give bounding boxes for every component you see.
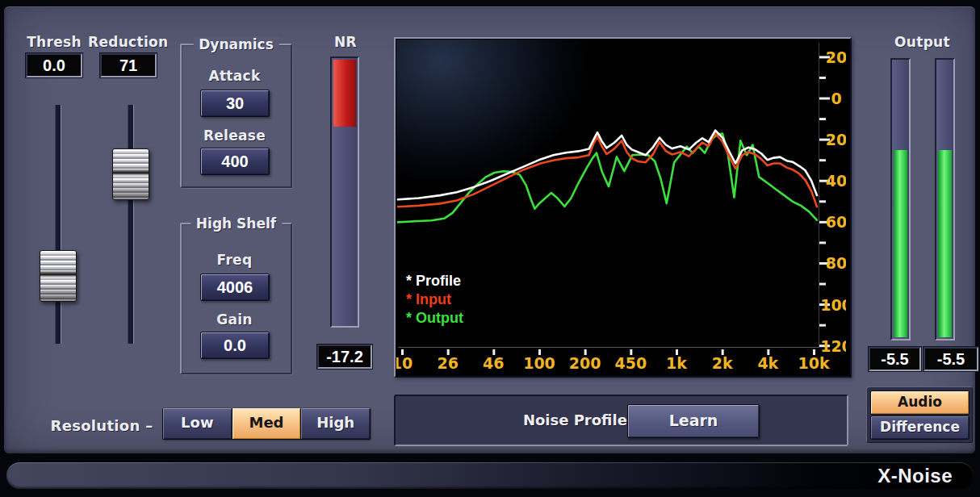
- bottom-bar: X-Noise: [6, 462, 974, 489]
- svg-text:20: 20: [826, 48, 846, 66]
- svg-text:40: 40: [826, 172, 846, 190]
- svg-text:2k: 2k: [712, 354, 733, 372]
- output-left-value-display[interactable]: -5.5: [869, 347, 921, 371]
- dynamics-title: Dynamics: [193, 36, 279, 52]
- attack-value-button[interactable]: 30: [200, 90, 270, 117]
- release-value-button[interactable]: 400: [200, 148, 270, 175]
- reduction-fader[interactable]: [112, 148, 149, 200]
- output-label: Output: [888, 34, 957, 50]
- resolution-med-button[interactable]: Med: [232, 408, 301, 439]
- spectrum-plot-area: 200204060801001201026461002004501k2k4k10…: [396, 40, 846, 372]
- output-meter-right: [935, 58, 955, 340]
- resolution-button-group: Low Med High: [162, 407, 371, 440]
- output-meter-right-fill: [938, 150, 952, 337]
- svg-text:60: 60: [826, 213, 846, 231]
- resolution-high-button[interactable]: High: [301, 408, 370, 439]
- reduction-slider-track[interactable]: [128, 105, 134, 344]
- difference-button[interactable]: Difference: [870, 416, 970, 440]
- main-panel: Thresh Reduction 0.0 71 Dynamics Attack …: [4, 6, 975, 453]
- thresh-label: Thresh: [20, 34, 88, 50]
- svg-text:450: 450: [614, 354, 647, 372]
- spectrum-curves-svg: 200204060801001201026461002004501k2k4k10…: [396, 40, 846, 372]
- svg-text:120: 120: [820, 337, 846, 355]
- svg-text:200: 200: [569, 354, 601, 372]
- legend-item-input: * Input: [406, 290, 463, 309]
- gain-label: Gain: [182, 311, 287, 328]
- svg-text:0: 0: [831, 90, 841, 107]
- svg-text:4k: 4k: [757, 354, 778, 372]
- plugin-title: X-Noise: [877, 465, 953, 487]
- svg-text:100: 100: [820, 296, 846, 314]
- spectrum-graph-panel: 200204060801001201026461002004501k2k4k10…: [394, 37, 852, 378]
- dynamics-group: Dynamics Attack 30 Release 400: [180, 44, 292, 188]
- release-label: Release: [182, 127, 287, 144]
- high-shelf-group: High Shelf Freq 4006 Gain 0.0: [180, 223, 292, 374]
- svg-text:26: 26: [437, 354, 458, 372]
- freq-label: Freq: [182, 252, 287, 268]
- spectrum-legend: * Profile * Input * Output: [406, 272, 463, 328]
- output-right-value-display[interactable]: -5.5: [923, 347, 978, 371]
- reduction-value-display[interactable]: 71: [100, 53, 157, 77]
- high-shelf-title: High Shelf: [191, 215, 282, 232]
- audio-button[interactable]: Audio: [870, 390, 970, 415]
- svg-text:80: 80: [826, 254, 846, 272]
- nr-meter-fill: [333, 60, 356, 127]
- output-meter-left-fill: [894, 150, 907, 337]
- legend-item-profile: * Profile: [406, 272, 463, 290]
- svg-text:46: 46: [483, 354, 504, 372]
- thresh-slider-track[interactable]: [55, 105, 61, 344]
- svg-text:20: 20: [826, 131, 846, 148]
- nr-label: NR: [325, 34, 366, 50]
- svg-text:10k: 10k: [798, 354, 829, 372]
- thresh-fader[interactable]: [40, 250, 77, 302]
- svg-text:10: 10: [396, 354, 413, 372]
- gain-value-button[interactable]: 0.0: [200, 332, 270, 359]
- resolution-low-button[interactable]: Low: [163, 408, 232, 439]
- nr-value-display: -17.2: [317, 345, 372, 369]
- legend-item-output: * Output: [406, 309, 463, 328]
- attack-label: Attack: [182, 68, 287, 84]
- resolution-label: Resolution –: [48, 417, 155, 434]
- output-meter-left: [890, 58, 911, 340]
- noise-profile-bar: Noise Profile – Learn: [394, 395, 848, 446]
- learn-button[interactable]: Learn: [627, 404, 760, 438]
- reduction-label: Reduction: [88, 34, 167, 50]
- nr-meter: [330, 56, 359, 328]
- svg-text:100: 100: [523, 354, 555, 372]
- x-noise-plugin-window: Thresh Reduction 0.0 71 Dynamics Attack …: [0, 0, 980, 497]
- thresh-value-display[interactable]: 0.0: [26, 53, 82, 77]
- freq-value-button[interactable]: 4006: [200, 274, 270, 301]
- monitor-panel: Audio Difference: [866, 386, 973, 443]
- svg-text:1k: 1k: [666, 354, 687, 372]
